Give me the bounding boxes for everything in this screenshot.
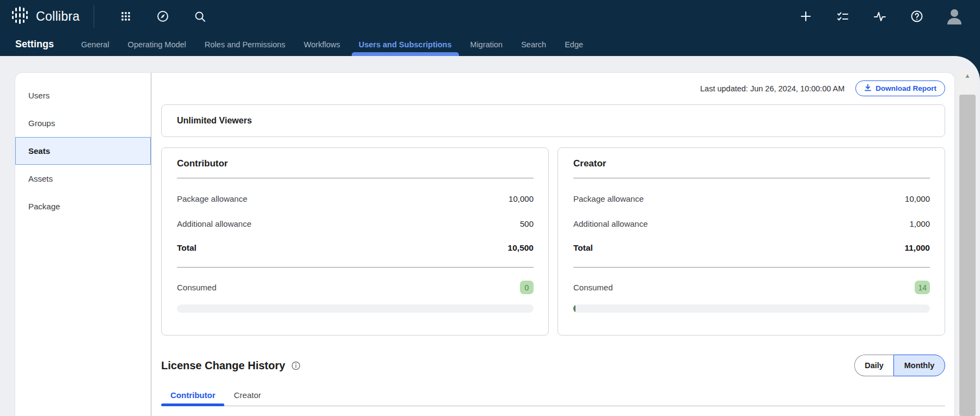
license-history-header: License Change History Daily Monthly (161, 354, 945, 377)
license-history-title: License Change History (161, 359, 285, 372)
nav-tab-search[interactable]: Search (521, 33, 546, 56)
header-divider (94, 5, 94, 28)
unlimited-viewers-card: Unlimited Viewers (161, 104, 945, 137)
activity-pulse-icon[interactable] (873, 10, 886, 23)
sidebar-item-package[interactable]: Package (15, 193, 151, 220)
nav-tab-users-and-subscriptions[interactable]: Users and Subscriptions (359, 33, 452, 56)
additional-allowance-row: Additional allowance 1,000 (573, 219, 930, 228)
settings-panel: Users Groups Seats Assets Package Last u… (15, 72, 955, 416)
progress-fill (573, 305, 575, 313)
package-allowance-row: Package allowance 10,000 (573, 194, 930, 203)
compass-icon[interactable] (156, 10, 169, 23)
tasks-checklist-icon[interactable] (836, 10, 849, 23)
settings-title: Settings (15, 39, 54, 50)
nav-tab-edge[interactable]: Edge (565, 33, 583, 56)
download-report-button[interactable]: Download Report (855, 80, 945, 96)
help-icon[interactable] (910, 10, 923, 23)
card-title: Contributor (177, 158, 534, 169)
card-divider (573, 267, 930, 268)
report-row: Last updated: Jun 26, 2024, 10:00:00 AM … (161, 80, 945, 96)
total-row: Total 10,500 (177, 243, 534, 253)
scrollbar-thumb[interactable] (959, 95, 976, 416)
total-row: Total 11,000 (573, 243, 930, 253)
consumed-row: Consumed 0 (177, 281, 534, 294)
nav-tab-migration[interactable]: Migration (470, 33, 503, 56)
consumption-progress-bar (573, 305, 930, 313)
nav-tab-workflows[interactable]: Workflows (304, 33, 340, 56)
card-title: Creator (573, 158, 930, 169)
sidebar-item-seats[interactable]: Seats (15, 137, 151, 165)
creator-card: Creator Package allowance 10,000 Additio… (558, 147, 945, 336)
card-divider (177, 267, 534, 268)
card-divider (573, 178, 930, 178)
sidebar-item-users[interactable]: Users (15, 82, 151, 109)
nav-tab-general[interactable]: General (81, 33, 109, 56)
daily-toggle-button[interactable]: Daily (854, 355, 893, 376)
brand[interactable]: Collibra (11, 6, 79, 27)
info-icon[interactable] (291, 361, 301, 370)
header-right-icons (787, 7, 964, 26)
package-allowance-row: Package allowance 10,000 (177, 194, 534, 203)
search-icon[interactable] (193, 10, 206, 23)
consumed-row: Consumed 14 (573, 281, 930, 294)
collibra-logo-icon (11, 6, 29, 27)
sidebar-item-assets[interactable]: Assets (15, 165, 151, 193)
seats-main: Last updated: Jun 26, 2024, 10:00:00 AM … (151, 73, 954, 416)
sidebar: Users Groups Seats Assets Package (15, 73, 151, 416)
card-divider (177, 178, 534, 178)
nav-tab-roles-and-permissions[interactable]: Roles and Permissions (205, 33, 285, 56)
seat-cards: Contributor Package allowance 10,000 Add… (161, 147, 945, 336)
last-updated-text: Last updated: Jun 26, 2024, 10:00:00 AM (700, 84, 844, 93)
app-header: Collibra (0, 0, 980, 33)
scrollbar-up-arrow[interactable]: ▲ (958, 70, 977, 82)
avatar[interactable] (945, 7, 964, 26)
history-tabs: Contributor Creator (161, 384, 945, 406)
add-icon[interactable] (799, 10, 812, 23)
viewers-card-title: Unlimited Viewers (177, 116, 252, 126)
consumption-progress-bar (177, 305, 534, 313)
settings-nav: Settings General Operating Model Roles a… (0, 33, 980, 56)
nav-tab-operating-model[interactable]: Operating Model (128, 33, 186, 56)
brand-name: Collibra (36, 9, 79, 24)
apps-grid-icon[interactable] (119, 10, 132, 23)
interval-toggle: Daily Monthly (854, 355, 945, 376)
content-area: Users Groups Seats Assets Package Last u… (0, 56, 980, 416)
monthly-toggle-button[interactable]: Monthly (893, 355, 945, 376)
app: Collibra (0, 0, 980, 416)
consumed-badge: 14 (915, 281, 930, 294)
sidebar-item-groups[interactable]: Groups (15, 109, 151, 137)
contributor-card: Contributor Package allowance 10,000 Add… (161, 147, 549, 336)
scrollbar[interactable]: ▲ (958, 70, 977, 416)
additional-allowance-row: Additional allowance 500 (177, 219, 534, 228)
consumed-badge: 0 (520, 281, 534, 294)
download-icon (864, 84, 872, 93)
tab-contributor[interactable]: Contributor (161, 384, 224, 406)
tab-creator[interactable]: Creator (224, 384, 270, 406)
